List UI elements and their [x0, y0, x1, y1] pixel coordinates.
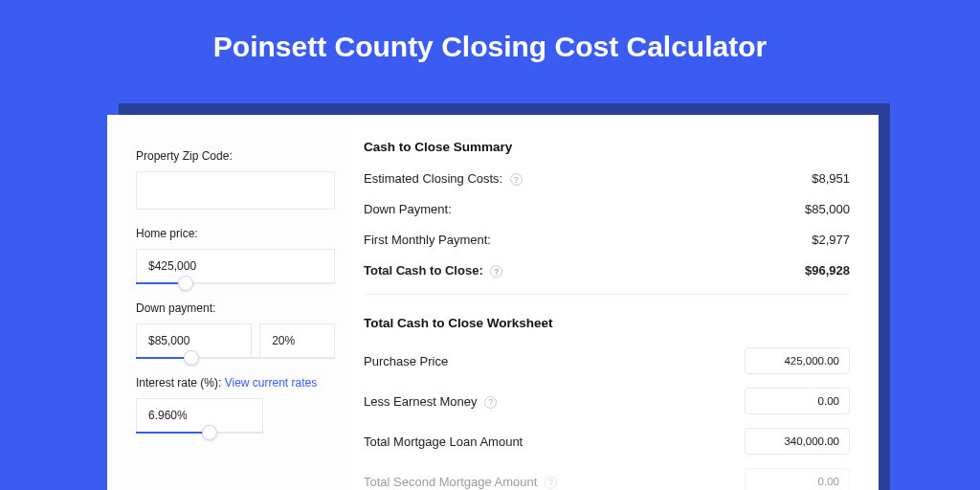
ws-row-mortgage-amount: Total Mortgage Loan Amount [364, 428, 850, 455]
zip-label: Property Zip Code: [136, 149, 335, 163]
summary-value: $85,000 [805, 202, 850, 216]
ws-label: Total Mortgage Loan Amount [364, 434, 523, 449]
summary-row-closing-costs: Estimated Closing Costs: ? $8,951 [364, 171, 850, 186]
rate-input[interactable] [136, 398, 263, 433]
rate-field: Interest rate (%): View current rates [136, 376, 335, 434]
down-payment-label: Down payment: [136, 301, 335, 315]
down-payment-pct-input[interactable] [259, 323, 335, 358]
down-payment-slider-thumb[interactable] [184, 350, 199, 366]
summary-heading: Cash to Close Summary [364, 140, 850, 154]
ws-input-purchase-price[interactable] [745, 347, 850, 374]
ws-input-second-mortgage[interactable] [745, 468, 850, 490]
zip-input[interactable] [136, 171, 335, 210]
summary-row-first-payment: First Monthly Payment: $2,977 [364, 233, 850, 247]
summary-value: $8,951 [812, 171, 850, 186]
help-icon[interactable]: ? [510, 173, 523, 186]
summary-label: Estimated Closing Costs: [364, 171, 502, 186]
rate-link[interactable]: View current rates [225, 376, 318, 390]
ws-label: Total Second Mortgage Amount [364, 475, 537, 489]
summary-row-total: Total Cash to Close: ? $96,928 [364, 263, 850, 278]
worksheet-section: Total Cash to Close Worksheet Purchase P… [364, 294, 850, 490]
summary-value: $2,977 [812, 233, 850, 247]
ws-input-mortgage-amount[interactable] [745, 428, 850, 455]
help-icon[interactable]: ? [484, 396, 497, 409]
ws-row-second-mortgage: Total Second Mortgage Amount ? [364, 468, 850, 490]
results-panel: Cash to Close Summary Estimated Closing … [352, 115, 879, 490]
ws-row-purchase-price: Purchase Price [364, 347, 850, 374]
zip-field: Property Zip Code: [136, 149, 335, 210]
calculator-card: Property Zip Code: Home price: Down paym… [107, 115, 879, 490]
help-icon[interactable]: ? [490, 265, 502, 278]
summary-total-label: Total Cash to Close: [364, 263, 483, 278]
home-price-slider[interactable] [136, 282, 335, 284]
rate-slider-thumb[interactable] [202, 425, 217, 440]
worksheet-heading: Total Cash to Close Worksheet [364, 316, 850, 330]
ws-row-earnest-money: Less Earnest Money ? [364, 388, 850, 414]
rate-slider[interactable] [136, 432, 263, 434]
rate-label: Interest rate (%): [136, 376, 221, 390]
ws-label: Less Earnest Money [364, 394, 478, 409]
summary-row-down-payment: Down Payment: $85,000 [364, 202, 850, 216]
summary-total-value: $96,928 [805, 263, 850, 278]
help-icon[interactable]: ? [545, 477, 557, 489]
summary-label: First Monthly Payment: [364, 233, 491, 247]
ws-input-earnest-money[interactable] [745, 388, 850, 414]
down-payment-field: Down payment: [136, 301, 335, 359]
home-price-slider-thumb[interactable] [178, 276, 193, 291]
ws-label: Purchase Price [364, 354, 448, 368]
down-payment-slider[interactable] [136, 357, 335, 359]
rate-label-row: Interest rate (%): View current rates [136, 376, 335, 390]
inputs-panel: Property Zip Code: Home price: Down paym… [107, 115, 352, 490]
summary-label: Down Payment: [364, 202, 452, 216]
home-price-input[interactable] [136, 249, 335, 283]
rate-slider-fill [136, 432, 210, 434]
home-price-field: Home price: [136, 227, 335, 284]
home-price-label: Home price: [136, 227, 335, 240]
page-title: Poinsett County Closing Cost Calculator [0, 0, 980, 86]
